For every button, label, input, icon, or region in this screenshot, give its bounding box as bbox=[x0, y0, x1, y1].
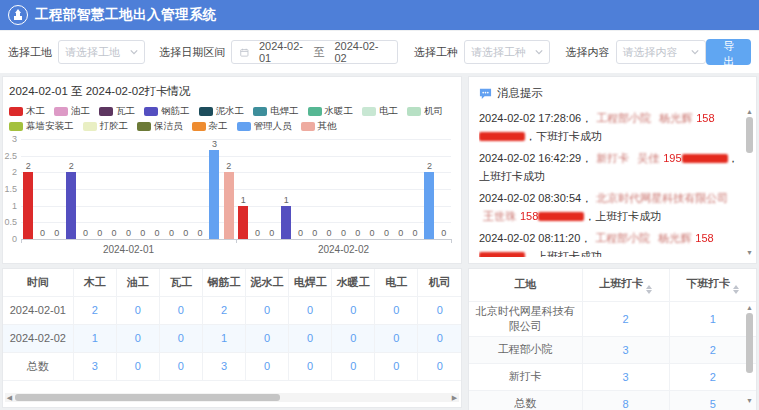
summary-cell-value[interactable]: 0 bbox=[289, 324, 332, 352]
summary-cell-value[interactable]: 0 bbox=[116, 296, 159, 324]
sort-asc-icon[interactable] bbox=[646, 285, 652, 289]
summary-cell-value[interactable]: 0 bbox=[375, 296, 418, 324]
scroll-up-icon[interactable]: ▲ bbox=[745, 107, 754, 116]
legend-item[interactable]: 泥水工 bbox=[199, 105, 245, 118]
checkout-count[interactable]: 5 bbox=[669, 390, 756, 410]
summary-cell-value[interactable]: 3 bbox=[202, 352, 245, 380]
content-select[interactable]: 请选择内容 bbox=[616, 40, 707, 64]
summary-cell-value[interactable]: 0 bbox=[246, 324, 289, 352]
scrollbar-thumb[interactable] bbox=[746, 117, 753, 153]
legend-item[interactable]: 幕墙安装工 bbox=[9, 120, 74, 133]
bar-slot[interactable]: 0 bbox=[179, 139, 193, 239]
legend-item[interactable]: 机司 bbox=[407, 105, 443, 118]
bar-slot[interactable]: 0 bbox=[150, 139, 164, 239]
bar-slot[interactable]: 0 bbox=[250, 139, 264, 239]
sort-asc-icon[interactable] bbox=[733, 285, 739, 289]
legend-item[interactable]: 杂工 bbox=[192, 120, 228, 133]
message-item[interactable]: 2024-02-02 08:30:54，北京时代网星科技有限公司王世珠158，上… bbox=[479, 189, 740, 225]
legend-item[interactable]: 木工 bbox=[9, 105, 45, 118]
legend-item[interactable]: 电工 bbox=[362, 105, 398, 118]
bar-slot[interactable]: 0 bbox=[35, 139, 49, 239]
checkin-count[interactable]: 3 bbox=[582, 363, 669, 390]
message-item[interactable]: 2024-02-02 17:28:06，工程部小院杨光辉158，下班打卡成功 bbox=[479, 109, 740, 145]
bar-slot[interactable]: 0 bbox=[379, 139, 393, 239]
legend-item[interactable]: 油工 bbox=[54, 105, 90, 118]
sort-icon[interactable] bbox=[733, 285, 739, 295]
bar-slot[interactable]: 0 bbox=[93, 139, 107, 239]
legend-item[interactable]: 其他 bbox=[301, 120, 337, 133]
summary-cell-value[interactable]: 0 bbox=[375, 324, 418, 352]
summary-cell-value[interactable]: 0 bbox=[332, 352, 375, 380]
legend-item[interactable]: 打胶工 bbox=[83, 120, 129, 133]
bar-slot[interactable]: 0 bbox=[136, 139, 150, 239]
scroll-up-icon[interactable]: ▲ bbox=[745, 303, 754, 312]
scroll-left-icon[interactable]: ◀ bbox=[5, 393, 14, 402]
bar-slot[interactable]: 2 bbox=[64, 139, 78, 239]
legend-item[interactable]: 钢筋工 bbox=[144, 105, 190, 118]
legend-item[interactable]: 管理人员 bbox=[237, 120, 292, 133]
message-item[interactable]: 2024-02-02 08:11:20，工程部小院杨光辉158，上班打卡成功 bbox=[479, 229, 740, 257]
sort-icon[interactable] bbox=[646, 285, 652, 295]
bar-slot[interactable]: 0 bbox=[78, 139, 92, 239]
checkout-count[interactable]: 2 bbox=[669, 336, 756, 363]
bar-slot[interactable]: 0 bbox=[322, 139, 336, 239]
date-range-picker[interactable]: 2024-02-01 至 2024-02-02 bbox=[231, 40, 398, 64]
worktype-select[interactable]: 请选择工种 bbox=[464, 40, 550, 64]
scroll-down-icon[interactable]: ▼ bbox=[745, 248, 754, 257]
site-column-header[interactable]: 下班打卡 bbox=[669, 269, 756, 301]
summary-h-scrollbar[interactable]: ◀ ▶ bbox=[5, 393, 459, 402]
bar[interactable] bbox=[238, 206, 248, 239]
bar-slot[interactable]: 0 bbox=[394, 139, 408, 239]
checkout-count[interactable]: 1 bbox=[669, 301, 756, 336]
bar[interactable] bbox=[424, 172, 434, 239]
bar-slot[interactable]: 0 bbox=[121, 139, 135, 239]
summary-cell-value[interactable]: 0 bbox=[418, 296, 461, 324]
summary-cell-value[interactable]: 0 bbox=[246, 352, 289, 380]
summary-cell-value[interactable]: 2 bbox=[202, 296, 245, 324]
message-scrollbar[interactable]: ▲ ▼ bbox=[745, 107, 754, 257]
bar[interactable] bbox=[23, 172, 33, 239]
scroll-right-icon[interactable]: ▶ bbox=[450, 393, 459, 402]
summary-cell-value[interactable]: 0 bbox=[289, 352, 332, 380]
site-select[interactable]: 请选择工地 bbox=[58, 40, 145, 64]
bar-slot[interactable]: 0 bbox=[437, 139, 451, 239]
summary-cell-value[interactable]: 0 bbox=[418, 324, 461, 352]
bar-slot[interactable]: 0 bbox=[50, 139, 64, 239]
bar[interactable] bbox=[281, 206, 291, 239]
legend-item[interactable]: 电焊工 bbox=[253, 105, 299, 118]
sort-desc-icon[interactable] bbox=[646, 290, 652, 294]
checkout-count[interactable]: 2 bbox=[669, 363, 756, 390]
checkin-count[interactable]: 2 bbox=[582, 301, 669, 336]
bar-slot[interactable]: 1 bbox=[236, 139, 250, 239]
summary-cell-value[interactable]: 3 bbox=[73, 352, 116, 380]
summary-cell-value[interactable]: 0 bbox=[246, 296, 289, 324]
summary-cell-value[interactable]: 0 bbox=[418, 352, 461, 380]
checkin-count[interactable]: 8 bbox=[582, 390, 669, 410]
summary-cell-value[interactable]: 0 bbox=[116, 324, 159, 352]
legend-item[interactable]: 水暖工 bbox=[308, 105, 354, 118]
bar-slot[interactable]: 0 bbox=[408, 139, 422, 239]
summary-cell-value[interactable]: 1 bbox=[202, 324, 245, 352]
bar-slot[interactable]: 2 bbox=[422, 139, 436, 239]
bar-slot[interactable]: 0 bbox=[293, 139, 307, 239]
summary-cell-value[interactable]: 2 bbox=[73, 296, 116, 324]
bar-slot[interactable]: 0 bbox=[107, 139, 121, 239]
bar-slot[interactable]: 0 bbox=[308, 139, 322, 239]
bar-slot[interactable]: 0 bbox=[265, 139, 279, 239]
bar-slot[interactable]: 1 bbox=[279, 139, 293, 239]
bar-slot[interactable]: 0 bbox=[336, 139, 350, 239]
summary-cell-value[interactable]: 0 bbox=[159, 352, 202, 380]
bar[interactable] bbox=[209, 150, 219, 239]
site-scrollbar[interactable]: ▲ ▼ bbox=[745, 303, 754, 405]
export-button[interactable]: 导出 bbox=[706, 39, 751, 65]
summary-cell-value[interactable]: 0 bbox=[332, 324, 375, 352]
bar-slot[interactable]: 0 bbox=[351, 139, 365, 239]
bar-slot[interactable]: 0 bbox=[164, 139, 178, 239]
bar-slot[interactable]: 0 bbox=[365, 139, 379, 239]
message-item[interactable]: 2024-02-02 16:42:29，新打卡吴佳195，上班打卡成功 bbox=[479, 149, 740, 185]
checkin-count[interactable]: 3 bbox=[582, 336, 669, 363]
scrollbar-thumb[interactable] bbox=[746, 313, 753, 373]
summary-cell-value[interactable]: 0 bbox=[159, 296, 202, 324]
summary-cell-value[interactable]: 0 bbox=[159, 324, 202, 352]
legend-item[interactable]: 保洁员 bbox=[137, 120, 183, 133]
